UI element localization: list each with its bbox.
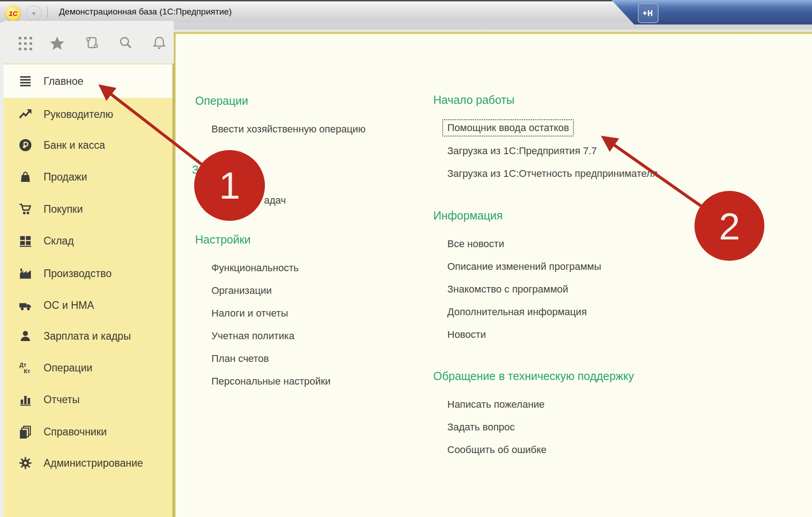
app-window: 1С ▼ Демонстрационная база (1С:Предприят… [0, 0, 812, 517]
occluded-item-text-fragment: адач [264, 195, 286, 206]
svg-text:Дт: Дт [20, 362, 26, 368]
corner-panel [611, 0, 812, 24]
menu-link[interactable]: Ввести хозяйственную операцию [211, 123, 366, 135]
menu-link[interactable]: Учетная политика [211, 330, 294, 342]
menu-link[interactable]: План счетов [211, 353, 269, 365]
menu-link[interactable]: Новости [447, 329, 486, 341]
sidebar-item-person[interactable]: Зарплата и кадры [4, 320, 172, 352]
sections-sidebar: ГлавноеРуководителюБанк и кассаПродажиПо… [4, 63, 174, 517]
sidebar-item-label: Справочники [44, 426, 107, 438]
section-header: Информация [433, 209, 503, 222]
sidebar-item-trend[interactable]: Руководителю [4, 98, 172, 130]
sidebar-item-bag[interactable]: Продажи [4, 161, 172, 193]
menu-link[interactable]: Функциональность [211, 262, 298, 274]
books-icon [19, 425, 38, 439]
menu-link[interactable]: Сообщить об ошибке [447, 444, 547, 456]
menu-link[interactable]: Организации [211, 285, 272, 297]
gear-icon [19, 456, 38, 470]
menu-icon [19, 74, 38, 88]
sidebar-item-ruble[interactable]: Банк и касса [4, 129, 172, 161]
bag-icon [19, 170, 38, 184]
menu-link[interactable]: Помощник ввода остатков [442, 119, 574, 137]
cart-icon [19, 202, 38, 216]
sidebar-item-gear[interactable]: Администрирование [4, 447, 172, 479]
menu-link[interactable]: Персональные настройки [211, 376, 331, 387]
svg-text:Кт: Кт [24, 368, 30, 375]
section-header: Начало работы [433, 93, 514, 107]
sidebar-item-pallet[interactable]: Склад [4, 225, 172, 257]
sidebar-item-label: Отчеты [44, 394, 80, 406]
menu-link[interactable]: Знакомство с программой [447, 283, 568, 295]
window-title: Демонстрационная база (1С:Предприятие) [59, 1, 232, 22]
sidebar-item-label: Покупки [44, 203, 83, 215]
apps-grid-icon [17, 45, 34, 53]
apps-grid-button[interactable] [17, 35, 34, 53]
sidebar-item-menu[interactable]: Главное [4, 63, 172, 98]
menu-link[interactable]: Загрузка из 1С:Отчетность предпринимател… [447, 168, 658, 180]
sidebar-item-label: Администрирование [44, 457, 143, 469]
sidebar-item-label: ОС и НМА [44, 299, 94, 312]
sidebar-item-books[interactable]: Справочники [4, 416, 172, 448]
favorites-star-button[interactable] [49, 35, 66, 53]
person-icon [19, 329, 38, 343]
sidebar-item-label: Банк и касса [44, 139, 105, 151]
menu-link[interactable]: Все новости [447, 238, 504, 250]
app-logo-1c[interactable]: 1С [5, 5, 21, 21]
menu-link[interactable]: Налоги и отчеты [211, 307, 288, 319]
sidebar-item-dtkt[interactable]: ДтКтОперации [4, 352, 172, 384]
global-search-button[interactable] [118, 35, 135, 53]
system-menu-button[interactable]: ▼ [26, 5, 42, 21]
sidebar-item-chart[interactable]: Отчеты [4, 384, 172, 415]
pallet-icon [19, 234, 38, 248]
ruble-icon [19, 138, 38, 152]
titlebar-separator [47, 7, 48, 19]
occluded-section-header-fragment: З [192, 163, 198, 177]
dtkt-icon: ДтКт [19, 361, 38, 375]
trend-icon [19, 107, 38, 121]
section-header: Настройки [195, 233, 251, 246]
factory-icon [19, 267, 38, 280]
system-toolbar [4, 21, 174, 63]
history-scroll-icon [84, 45, 101, 53]
section-header: Обращение в техническую поддержку [433, 370, 634, 383]
menu-link[interactable]: Дополнительная информация [447, 306, 587, 318]
sidebar-item-label: Операции [44, 362, 93, 374]
favorites-star-icon [49, 45, 65, 53]
chart-icon [19, 393, 38, 406]
menu-link[interactable]: Описание изменений программы [447, 261, 601, 273]
sidebar-item-label: Склад [44, 235, 74, 247]
truck-icon [19, 298, 38, 312]
sidebar-item-label: Зарплата и кадры [44, 330, 131, 342]
sidebar-item-cart[interactable]: Покупки [4, 193, 172, 225]
sidebar-item-label: Продажи [44, 171, 87, 183]
sidebar-item-truck[interactable]: ОС и НМА [4, 289, 172, 321]
logo-text: 1С [9, 10, 17, 17]
menu-link[interactable]: Задать вопрос [447, 421, 515, 433]
menu-link[interactable]: Загрузка из 1С:Предприятия 7.7 [447, 145, 597, 157]
notifications-bell-button[interactable] [151, 35, 168, 53]
menu-link[interactable]: Написать пожелание [447, 399, 545, 410]
sidebar-item-label: Руководителю [44, 108, 113, 121]
sidebar-item-factory[interactable]: Производство [4, 258, 172, 289]
global-search-icon [118, 45, 134, 53]
pin-icon [641, 7, 655, 20]
chevron-down-icon: ▼ [31, 10, 37, 17]
history-scroll-button[interactable] [84, 35, 102, 53]
section-header: Операции [195, 94, 248, 107]
notifications-bell-icon [151, 45, 167, 53]
sidebar-item-label: Производство [44, 268, 112, 280]
sidebar-item-label: Главное [44, 75, 83, 88]
pin-panel-button[interactable] [638, 3, 659, 23]
